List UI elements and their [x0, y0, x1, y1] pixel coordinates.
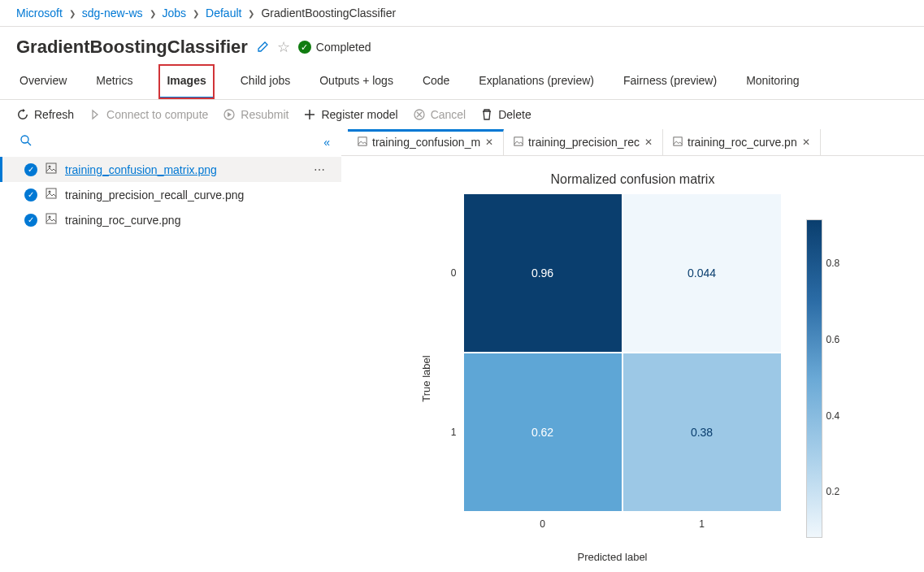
- sidebar: « ✓ training_confusion_matrix.png ⋯ ✓ tr…: [0, 129, 341, 572]
- file-tabs: training_confusion_m ✕ training_precisio…: [341, 129, 924, 156]
- star-icon[interactable]: ☆: [277, 38, 290, 56]
- file-row[interactable]: ✓ training_confusion_matrix.png ⋯: [0, 157, 341, 182]
- title-row: GradientBoostingClassifier ☆ ✓ Completed: [0, 27, 924, 64]
- colorbar-tick: 0.2: [826, 486, 840, 497]
- connect-label: Connect to compute: [106, 108, 208, 121]
- svg-rect-11: [674, 137, 682, 145]
- breadcrumb-item[interactable]: Microsoft: [16, 6, 63, 20]
- svg-point-2: [21, 136, 28, 143]
- main-area: « ✓ training_confusion_matrix.png ⋯ ✓ tr…: [0, 129, 924, 572]
- status-dot-icon: ✓: [24, 163, 37, 176]
- chevron-right-icon: ❯: [193, 9, 199, 18]
- close-icon[interactable]: ✕: [644, 136, 653, 148]
- image-file-icon: [673, 136, 683, 149]
- filename: training_precision_recall_curve.png: [65, 188, 332, 202]
- register-label: Register model: [321, 108, 397, 121]
- tab-images[interactable]: Images: [158, 64, 214, 99]
- heatmap-cell: 0.38: [623, 353, 782, 512]
- cancel-label: Cancel: [431, 108, 466, 121]
- file-tab-label: training_roc_curve.pn: [688, 136, 797, 149]
- toolbar: Refresh Connect to compute Resubmit Regi…: [0, 100, 924, 129]
- y-axis-label: True label: [420, 355, 432, 401]
- status-badge: ✓ Completed: [298, 41, 371, 54]
- resubmit-label: Resubmit: [241, 108, 288, 121]
- refresh-label: Refresh: [34, 108, 74, 121]
- svg-point-6: [49, 191, 51, 193]
- breadcrumb-item[interactable]: Default: [206, 6, 241, 20]
- file-tab-label: training_precision_rec: [528, 136, 640, 149]
- collapse-icon[interactable]: «: [323, 136, 330, 149]
- file-tab[interactable]: training_confusion_m ✕: [348, 129, 504, 155]
- tab-overview[interactable]: Overview: [16, 64, 70, 99]
- chevron-right-icon: ❯: [150, 9, 156, 18]
- colorbar: 0.8 0.6 0.4 0.2: [806, 219, 822, 538]
- connect-button[interactable]: Connect to compute: [89, 108, 208, 121]
- svg-rect-9: [358, 137, 367, 145]
- close-icon[interactable]: ✕: [802, 136, 810, 148]
- content: training_confusion_m ✕ training_precisio…: [341, 129, 924, 572]
- register-button[interactable]: Register model: [303, 108, 397, 121]
- chevron-right-icon: ❯: [69, 9, 76, 18]
- svg-point-4: [49, 166, 51, 168]
- svg-rect-3: [46, 163, 56, 173]
- tab-fairness[interactable]: Fairness (preview): [620, 64, 720, 99]
- svg-rect-10: [514, 137, 523, 145]
- file-list: ✓ training_confusion_matrix.png ⋯ ✓ trai…: [0, 157, 341, 232]
- image-file-icon: [358, 136, 367, 149]
- file-tab-label: training_confusion_m: [372, 136, 480, 149]
- resubmit-button[interactable]: Resubmit: [223, 108, 288, 121]
- svg-rect-7: [46, 214, 56, 223]
- filename: training_roc_curve.png: [65, 214, 332, 227]
- heatmap-cell: 0.044: [623, 193, 782, 353]
- tab-metrics[interactable]: Metrics: [93, 64, 136, 99]
- colorbar-tick: 0.8: [826, 258, 840, 269]
- svg-point-8: [49, 216, 51, 219]
- breadcrumb-item[interactable]: sdg-new-ws: [82, 6, 143, 20]
- svg-rect-5: [46, 188, 56, 198]
- delete-label: Delete: [498, 108, 531, 121]
- x-tick: 1: [623, 512, 782, 531]
- breadcrumb-current: GradientBoostingClassifier: [261, 6, 396, 20]
- search-icon[interactable]: [20, 134, 33, 150]
- tab-monitoring[interactable]: Monitoring: [743, 64, 802, 99]
- refresh-button[interactable]: Refresh: [16, 108, 74, 121]
- breadcrumb-item[interactable]: Jobs: [163, 6, 187, 20]
- tab-code[interactable]: Code: [419, 64, 453, 99]
- heatmap-cell: 0.62: [463, 353, 623, 512]
- close-icon[interactable]: ✕: [485, 136, 493, 148]
- check-circle-icon: ✓: [298, 41, 311, 54]
- image-file-icon: [46, 213, 57, 227]
- colorbar-tick: 0.4: [826, 410, 840, 422]
- status-dot-icon: ✓: [24, 214, 37, 227]
- chart: Normalized confusion matrix True label 0…: [341, 156, 924, 572]
- tabs: Overview Metrics Images Child jobs Outpu…: [0, 64, 924, 100]
- filename: training_confusion_matrix.png: [65, 163, 299, 176]
- file-tab[interactable]: training_precision_rec ✕: [504, 129, 663, 155]
- file-row[interactable]: ✓ training_precision_recall_curve.png: [0, 182, 341, 207]
- tab-childjobs[interactable]: Child jobs: [237, 64, 293, 99]
- sidebar-head: «: [0, 129, 341, 157]
- heatmap-cell: 0.96: [463, 193, 623, 353]
- chart-title: Normalized confusion matrix: [374, 172, 891, 187]
- image-file-icon: [46, 162, 57, 176]
- file-tab[interactable]: training_roc_curve.pn ✕: [663, 129, 821, 155]
- heatmap: True label 0 0.96 0.044 1 0.62 0.38 0 1 …: [444, 193, 782, 563]
- status-label: Completed: [316, 41, 371, 54]
- x-tick: 0: [463, 512, 623, 531]
- status-dot-icon: ✓: [24, 188, 37, 202]
- file-row[interactable]: ✓ training_roc_curve.png: [0, 207, 341, 232]
- image-file-icon: [514, 136, 523, 149]
- delete-button[interactable]: Delete: [480, 108, 531, 121]
- colorbar-tick: 0.6: [826, 334, 840, 345]
- cancel-button[interactable]: Cancel: [413, 108, 466, 121]
- chevron-right-icon: ❯: [248, 9, 254, 18]
- tab-outputs[interactable]: Outputs + logs: [316, 64, 397, 99]
- page-title: GradientBoostingClassifier: [16, 37, 248, 58]
- image-file-icon: [46, 188, 57, 202]
- breadcrumb: Microsoft❯ sdg-new-ws❯ Jobs❯ Default❯ Gr…: [0, 0, 924, 27]
- edit-icon[interactable]: [256, 41, 269, 54]
- more-icon[interactable]: ⋯: [307, 163, 332, 176]
- y-tick: 1: [444, 353, 463, 512]
- y-tick: 0: [444, 193, 463, 353]
- tab-explanations[interactable]: Explanations (preview): [475, 64, 597, 99]
